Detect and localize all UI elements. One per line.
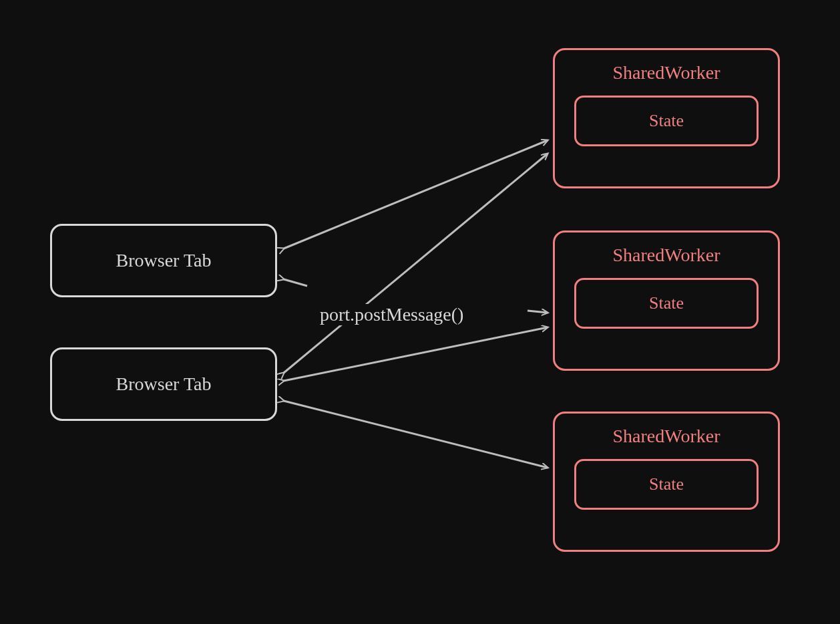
state-box: State <box>574 96 759 146</box>
browser-tab-box-1: Browser Tab <box>50 224 277 297</box>
arrow-tab1-worker2-right <box>528 311 548 313</box>
state-label: State <box>649 293 684 313</box>
shared-worker-label: SharedWorker <box>612 62 720 84</box>
shared-worker-label: SharedWorker <box>612 245 720 266</box>
state-label: State <box>649 111 684 131</box>
shared-worker-label: SharedWorker <box>612 426 720 447</box>
edge-label-postmessage: port.postMessage() <box>317 304 466 325</box>
shared-worker-box-2: SharedWorker State <box>553 230 780 371</box>
browser-tab-label: Browser Tab <box>116 373 212 395</box>
state-box: State <box>574 278 759 329</box>
diagram-stage: Browser Tab Browser Tab SharedWorker Sta… <box>0 0 840 624</box>
browser-tab-label: Browser Tab <box>116 250 212 271</box>
state-label: State <box>649 474 684 494</box>
arrow-tab2-worker1 <box>284 154 548 373</box>
shared-worker-box-3: SharedWorker State <box>553 412 780 552</box>
state-box: State <box>574 459 759 510</box>
browser-tab-box-2: Browser Tab <box>50 347 277 421</box>
arrow-tab2-worker3 <box>284 401 548 468</box>
arrow-tab1-worker1 <box>284 140 548 249</box>
arrow-tab2-worker2 <box>284 327 548 381</box>
shared-worker-box-1: SharedWorker State <box>553 48 780 188</box>
arrow-tab1-worker2-left <box>284 279 307 286</box>
